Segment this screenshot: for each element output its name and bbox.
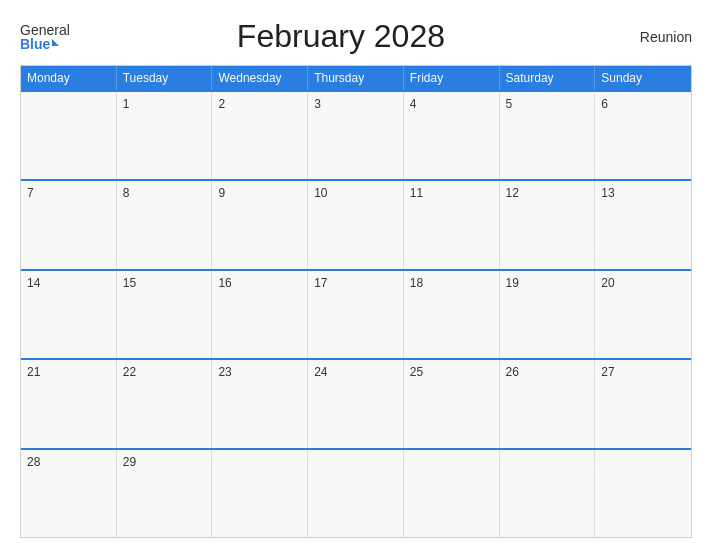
calendar-cell	[500, 450, 596, 537]
logo-general-text: General	[20, 23, 70, 37]
calendar-cell: 11	[404, 181, 500, 268]
day-number: 6	[601, 97, 608, 111]
calendar-cell: 19	[500, 271, 596, 358]
day-number: 11	[410, 186, 423, 200]
calendar-week-4: 21222324252627	[21, 358, 691, 447]
calendar-cell	[404, 450, 500, 537]
calendar-cell	[21, 92, 117, 179]
header-wednesday: Wednesday	[212, 66, 308, 90]
calendar-page: General Blue February 2028 Reunion Monda…	[0, 0, 712, 550]
day-number: 15	[123, 276, 136, 290]
calendar-cell	[595, 450, 691, 537]
day-number: 7	[27, 186, 34, 200]
day-number: 9	[218, 186, 225, 200]
page-header: General Blue February 2028 Reunion	[20, 18, 692, 55]
calendar-cell: 13	[595, 181, 691, 268]
day-number: 17	[314, 276, 327, 290]
header-saturday: Saturday	[500, 66, 596, 90]
calendar-week-3: 14151617181920	[21, 269, 691, 358]
day-number: 12	[506, 186, 519, 200]
day-number: 14	[27, 276, 40, 290]
calendar-cell: 25	[404, 360, 500, 447]
header-thursday: Thursday	[308, 66, 404, 90]
day-number: 5	[506, 97, 513, 111]
day-number: 20	[601, 276, 614, 290]
calendar-cell: 3	[308, 92, 404, 179]
day-number: 19	[506, 276, 519, 290]
page-title: February 2028	[70, 18, 612, 55]
day-number: 23	[218, 365, 231, 379]
calendar-cell: 12	[500, 181, 596, 268]
calendar-cell: 4	[404, 92, 500, 179]
day-number: 27	[601, 365, 614, 379]
day-number: 16	[218, 276, 231, 290]
calendar-cell: 10	[308, 181, 404, 268]
calendar-cell: 22	[117, 360, 213, 447]
day-number: 29	[123, 455, 136, 469]
day-number: 8	[123, 186, 130, 200]
calendar-cell: 9	[212, 181, 308, 268]
day-number: 2	[218, 97, 225, 111]
day-number: 1	[123, 97, 130, 111]
calendar-cell: 20	[595, 271, 691, 358]
day-number: 26	[506, 365, 519, 379]
calendar-cell: 21	[21, 360, 117, 447]
calendar-cell: 6	[595, 92, 691, 179]
day-number: 4	[410, 97, 417, 111]
day-number: 28	[27, 455, 40, 469]
calendar-cell: 26	[500, 360, 596, 447]
calendar-cell: 16	[212, 271, 308, 358]
day-number: 18	[410, 276, 423, 290]
calendar-cell: 14	[21, 271, 117, 358]
calendar-cell: 29	[117, 450, 213, 537]
region-label: Reunion	[612, 29, 692, 45]
header-sunday: Sunday	[595, 66, 691, 90]
calendar-cell	[308, 450, 404, 537]
day-number: 10	[314, 186, 327, 200]
calendar-week-2: 78910111213	[21, 179, 691, 268]
calendar-cell: 1	[117, 92, 213, 179]
calendar-week-5: 2829	[21, 448, 691, 537]
calendar-cell: 2	[212, 92, 308, 179]
calendar-body: 1234567891011121314151617181920212223242…	[21, 90, 691, 537]
calendar-cell: 7	[21, 181, 117, 268]
logo-triangle-icon	[52, 39, 59, 46]
calendar-cell: 18	[404, 271, 500, 358]
day-number: 21	[27, 365, 40, 379]
calendar-cell: 24	[308, 360, 404, 447]
logo: General Blue	[20, 23, 70, 51]
logo-blue-text: Blue	[20, 37, 70, 51]
day-number: 3	[314, 97, 321, 111]
calendar-cell: 27	[595, 360, 691, 447]
calendar-header: Monday Tuesday Wednesday Thursday Friday…	[21, 66, 691, 90]
day-number: 24	[314, 365, 327, 379]
calendar-cell: 28	[21, 450, 117, 537]
day-number: 25	[410, 365, 423, 379]
day-number: 13	[601, 186, 614, 200]
calendar-cell: 8	[117, 181, 213, 268]
calendar-grid: Monday Tuesday Wednesday Thursday Friday…	[20, 65, 692, 538]
calendar-cell: 15	[117, 271, 213, 358]
header-monday: Monday	[21, 66, 117, 90]
header-tuesday: Tuesday	[117, 66, 213, 90]
calendar-cell: 17	[308, 271, 404, 358]
header-friday: Friday	[404, 66, 500, 90]
calendar-cell	[212, 450, 308, 537]
calendar-cell: 23	[212, 360, 308, 447]
calendar-week-1: 123456	[21, 90, 691, 179]
day-number: 22	[123, 365, 136, 379]
calendar-cell: 5	[500, 92, 596, 179]
